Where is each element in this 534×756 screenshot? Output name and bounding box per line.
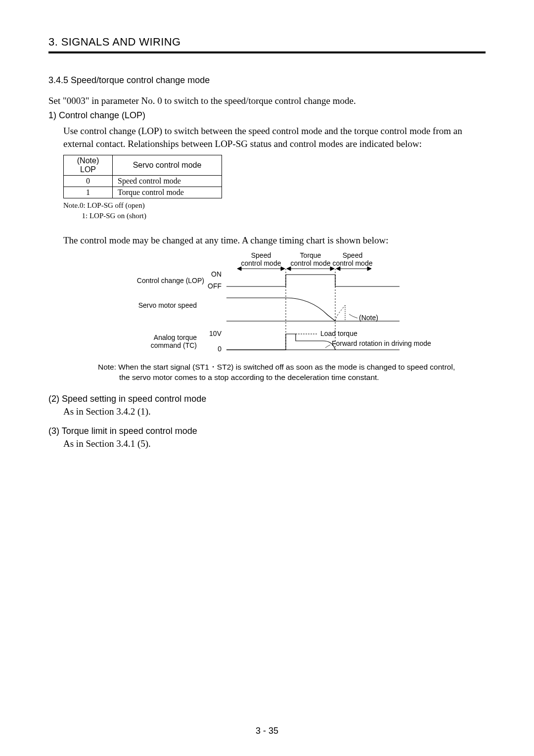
chart-label: (Note): [359, 314, 378, 322]
range-arrows: [237, 267, 371, 271]
sub2-title: (2) Speed setting in speed control mode: [48, 394, 486, 404]
chart-label: Analog torque: [154, 333, 197, 341]
table-note-line: 1: LOP-SG on (short): [82, 212, 146, 220]
sub1-body: Use control change (LOP) to switch betwe…: [63, 125, 486, 150]
chart-label: OFF: [208, 282, 222, 290]
lop-waveform: [226, 275, 400, 286]
chart-label: Speed: [343, 251, 362, 259]
page: 3. SIGNALS AND WIRING 3.4.5 Speed/torque…: [0, 0, 534, 756]
table-note-line: Note.0: LOP-SG off (open): [63, 201, 145, 209]
sub3-body: As in Section 3.4.1 (5).: [63, 438, 486, 449]
table-row: (Note) LOP Servo control mode: [64, 155, 222, 176]
sub2-body: As in Section 3.4.2 (1).: [63, 406, 486, 417]
table-cell: Torque control mode: [113, 187, 222, 198]
table-cell: 0: [64, 176, 113, 187]
change-paragraph: The control mode may be changed at any t…: [63, 235, 486, 246]
table-cell: Speed control mode: [113, 176, 222, 187]
chart-label: 10V: [209, 330, 222, 337]
sub1-title: 1) Control change (LOP): [48, 110, 486, 121]
section-number: 3.4.5 Speed/torque control change mode: [48, 75, 486, 86]
table-note: Note.0: LOP-SG off (open) 1: LOP-SG on (…: [63, 200, 486, 221]
chart-label: control mode: [241, 259, 281, 267]
tc-curve: [226, 334, 335, 350]
chart-label: control mode: [333, 259, 373, 267]
chart-label: Servo motor speed: [138, 301, 197, 309]
svg-marker-5: [330, 267, 334, 271]
chapter-title: 3. SIGNALS AND WIRING: [48, 36, 486, 48]
intro-paragraph: Set "0003" in parameter No. 0 to switch …: [48, 95, 486, 106]
timing-chart-svg: Speed Torque Speed control mode control …: [123, 251, 449, 355]
forward-arrow: [325, 345, 330, 348]
timing-chart: Speed Torque Speed control mode control …: [123, 251, 486, 357]
note-arrow: [349, 314, 357, 318]
svg-marker-8: [367, 267, 371, 271]
chart-note: Note: When the start signal (ST1・ST2) is…: [98, 362, 486, 383]
table-header: (Note) LOP: [64, 155, 113, 176]
svg-marker-7: [336, 267, 340, 271]
chart-label: 0: [218, 345, 222, 353]
chart-label: control mode: [291, 259, 331, 267]
lop-table: (Note) LOP Servo control mode 0 Speed co…: [63, 155, 222, 198]
chart-label: ON: [211, 270, 222, 278]
chart-label: Torque: [300, 251, 321, 259]
table-cell: 1: [64, 187, 113, 198]
speed-dashed: [335, 305, 345, 321]
chart-label: Control change (LOP): [137, 277, 204, 284]
chart-label: Forward rotation in driving mode: [332, 339, 431, 347]
svg-marker-2: [281, 267, 285, 271]
chart-label: Speed: [251, 251, 271, 259]
chart-note-line: the servo motor comes to a stop accordin…: [119, 373, 379, 381]
sub3-title: (3) Torque limit in speed control mode: [48, 426, 486, 436]
speed-curve: [226, 298, 335, 321]
page-number: 3 - 35: [0, 726, 534, 736]
table-row: 0 Speed control mode: [64, 176, 222, 187]
svg-marker-4: [287, 267, 291, 271]
chart-note-line: Note: When the start signal (ST1・ST2) is…: [98, 363, 455, 371]
title-rule: [48, 51, 486, 53]
chart-label: Load torque: [320, 330, 357, 337]
table-header: Servo control mode: [113, 155, 222, 176]
chart-label: command (TC): [151, 341, 197, 349]
svg-marker-1: [237, 267, 241, 271]
table-row: 1 Torque control mode: [64, 187, 222, 198]
